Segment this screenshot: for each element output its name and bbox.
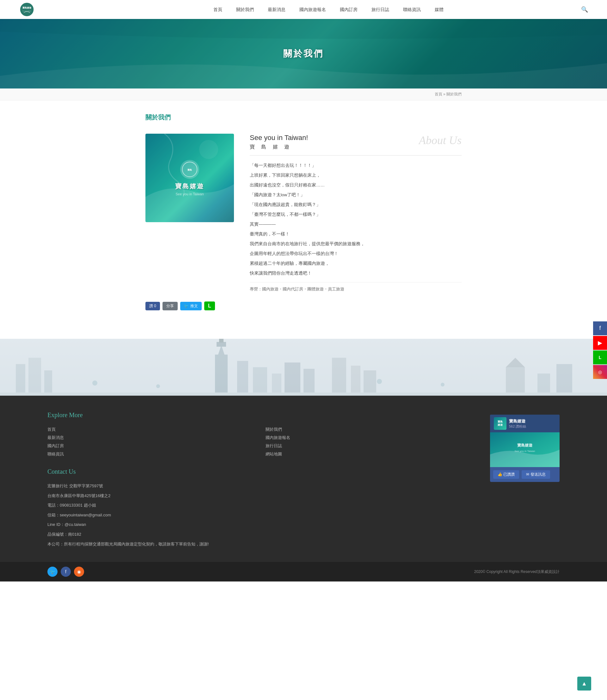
about-section-title: 關於我們 (145, 113, 462, 124)
fb-widget-header: 寶島嬉遊 寶島嬉遊 562 讚粉絲 (490, 415, 560, 432)
svg-rect-13 (237, 361, 248, 396)
image-brand-sub: See you in Taiwan (175, 192, 204, 196)
contact-phone: 電話：0908133301 趙小姐 (47, 501, 471, 510)
svg-rect-8 (28, 358, 41, 396)
svg-rect-7 (16, 364, 25, 396)
footer-link-booking[interactable]: 國內訂房 (47, 443, 253, 449)
svg-point-0 (20, 2, 34, 17)
footer-link-news[interactable]: 最新消息 (47, 435, 253, 441)
about-section: 寶島 寶島嬉遊 See you in Taiwan See you in Tai… (145, 134, 462, 292)
search-icon[interactable]: 🔍 (581, 6, 588, 13)
svg-point-3 (199, 140, 218, 159)
svg-rect-20 (363, 370, 376, 396)
footer-fb-widget: 寶島嬉遊 寶島嬉遊 562 讚粉絲 (490, 411, 560, 549)
footer-left: Explore More 首頁 關於我們 最新消息 國內旅遊報名 國內訂房 旅行… (47, 411, 471, 549)
line-icon: L (208, 303, 211, 309)
logo[interactable]: 寶島嬉遊 See you in Taiwan (19, 2, 50, 17)
about-tags: 專營：國內旅遊・國內代訂房・團體旅遊・員工旅遊 (250, 282, 462, 292)
about-content: See you in Taiwan! 寶 島 嬉 遊 About Us 「每一天… (250, 134, 462, 292)
fb-widget-container: 寶島嬉遊 寶島嬉遊 562 讚粉絲 (490, 415, 560, 482)
about-en-title: See you in Taiwan! (250, 134, 308, 142)
floating-social-panel: f ▶ L ◎ (593, 321, 607, 379)
footer-copyright: 2020© Copyright All Rights Reserved頂果威資設… (474, 569, 560, 575)
svg-text:寶島嬉遊: 寶島嬉遊 (517, 443, 533, 447)
footer-link-blog[interactable]: 旅行日誌 (266, 443, 471, 449)
footer-link-about[interactable]: 關於我們 (266, 427, 471, 432)
facebook-like-button[interactable]: 讚 0 (145, 302, 160, 310)
about-p12: 快來讓我們陪你台灣走透透吧！ (250, 269, 462, 277)
svg-rect-21 (506, 367, 525, 396)
nav-contact[interactable]: 聯絡資訊 (396, 0, 428, 19)
about-zh-title: 寶 島 嬉 遊 (250, 144, 308, 150)
about-p6: 「臺灣不管怎麼玩，不都一樣嗎？」 (250, 210, 462, 219)
image-brand-name: 寶島嬉遊 (175, 182, 204, 191)
main-content: 關於我們 寶島 寶島嬉遊 See you in (114, 101, 493, 329)
about-image-container: 寶島 寶島嬉遊 See you in Taiwan (145, 134, 234, 292)
header: 寶島嬉遊 See you in Taiwan 首頁 關於我們 最新消息 國內旅遊… (0, 0, 607, 19)
contact-insurance: 品保編號：南0182 (47, 530, 471, 539)
float-facebook-button[interactable]: f (593, 321, 607, 335)
footer-rss-button[interactable]: ◉ (74, 567, 84, 577)
footer-link-contact[interactable]: 聯絡資訊 (47, 451, 253, 457)
footer-twitter-button[interactable]: 🐦 (47, 567, 58, 577)
svg-point-27 (156, 384, 160, 388)
contact-notice: 本公司：所有行程均採辦交通部觀光局國內旅遊定型化契約，敬請旅客下單前告知，謝謝! (47, 540, 471, 549)
about-p3: 出國好遠也沒空，假日只好賴在家…… (250, 181, 462, 189)
fb-widget-logo: 寶島嬉遊 (494, 417, 506, 430)
breadcrumb-bar: 首頁 » 關於我們 (0, 88, 607, 101)
fb-widget-name: 寶島嬉遊 (509, 419, 526, 424)
breadcrumb-home[interactable]: 首頁 (435, 92, 442, 97)
footer-links: 首頁 關於我們 最新消息 國內旅遊報名 國內訂房 旅行日誌 聯絡資訊 網站地圖 (47, 427, 471, 457)
nav-news[interactable]: 最新消息 (261, 0, 292, 19)
about-p9: 我們來自台南市的在地旅行社，提供您最平價的旅遊服務， (250, 239, 462, 248)
nav-signup[interactable]: 國內旅遊報名 (292, 0, 333, 19)
svg-rect-25 (0, 393, 607, 396)
footer-contact-title: Contact Us (47, 468, 471, 475)
twitter-button[interactable]: 🐦 推文 (180, 302, 202, 310)
nav-about[interactable]: 關於我們 (229, 0, 261, 19)
fb-widget-info: 寶島嬉遊 562 讚粉絲 (509, 419, 526, 429)
footer-facebook-button[interactable]: f (61, 567, 71, 577)
contact-address: 台南市永康區中華路425號16樓之2 (47, 491, 471, 501)
footer-explore-title: Explore More (47, 411, 471, 419)
about-description: 「每一天都好想出去玩！！！！」 上班好累，下班回家只想躺在床上， 出國好遠也沒空… (250, 161, 462, 277)
svg-point-28 (377, 379, 382, 384)
float-line-button[interactable]: L (593, 351, 607, 364)
nav-home[interactable]: 首頁 (206, 0, 229, 19)
about-p10: 企圖用年輕人的想法帶你玩出不一樣的台灣！ (250, 249, 462, 258)
footer-link-signup[interactable]: 國內旅遊報名 (266, 435, 471, 441)
about-p8: 臺灣真的，不一樣！ (250, 230, 462, 238)
svg-rect-14 (253, 367, 267, 396)
hero-section: 關於我們 (0, 19, 607, 88)
nav-media[interactable]: 媒體 (428, 0, 451, 19)
svg-rect-19 (351, 366, 360, 396)
fb-follow-button[interactable]: ✉ 發送訊息 (522, 470, 550, 479)
about-p4: 「國內旅遊？太low了吧！」 (250, 191, 462, 199)
about-image: 寶島 寶島嬉遊 See you in Taiwan (145, 134, 234, 222)
fb-widget-logo-text: 寶島嬉遊 (498, 420, 503, 426)
fb-widget-preview: 寶島嬉遊 See you in Taiwan (490, 432, 560, 467)
fb-widget-actions: 👍 已讚讚 ✉ 發送訊息 (490, 467, 560, 482)
nav-booking[interactable]: 國內訂房 (333, 0, 364, 19)
svg-point-29 (441, 383, 444, 386)
share-button[interactable]: 分享 (163, 302, 178, 310)
fb-like-button[interactable]: 👍 已讚讚 (493, 470, 519, 479)
svg-rect-9 (44, 370, 52, 396)
breadcrumb: 首頁 » 關於我們 (435, 92, 462, 97)
svg-rect-11 (216, 342, 226, 347)
about-p11: 累積超過二十年的經驗，專屬國內旅遊， (250, 259, 462, 268)
about-content-header: See you in Taiwan! 寶 島 嬉 遊 About Us (250, 134, 462, 155)
contact-line: Line ID：@cu.taiwan (47, 520, 471, 529)
float-youtube-button[interactable]: ▶ (593, 336, 607, 350)
nav-blog[interactable]: 旅行日誌 (364, 0, 396, 19)
contact-company: 宏勝旅行社 交觀甲字第7597號 (47, 482, 471, 491)
line-button[interactable]: L (204, 301, 215, 310)
float-instagram-button[interactable]: ◎ (593, 365, 607, 379)
svg-text:See you in Taiwan: See you in Taiwan (515, 450, 535, 452)
about-p5: 「現在國內應該超貴，能救釘嗎？」 (250, 200, 462, 209)
footer-link-home[interactable]: 首頁 (47, 427, 253, 432)
svg-rect-15 (272, 374, 281, 396)
about-p2: 上班好累，下班回家只想躺在床上， (250, 171, 462, 179)
fb-widget-fans: 562 讚粉絲 (509, 424, 526, 429)
footer-link-sitemap[interactable]: 網站地圖 (266, 451, 471, 457)
